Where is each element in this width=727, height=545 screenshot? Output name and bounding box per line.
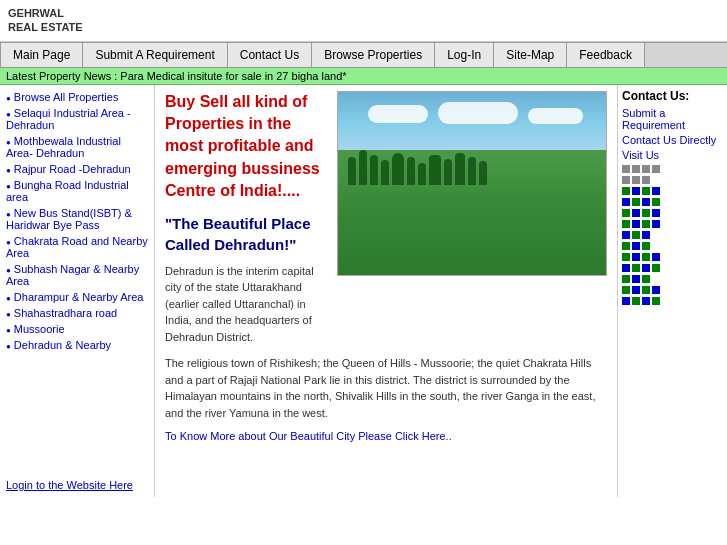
nav-browse-properties[interactable]: Browse Properties xyxy=(312,43,435,67)
pixel-decoration xyxy=(622,165,723,305)
sidebar-browse-all[interactable]: Browse All Properties xyxy=(0,89,154,105)
sidebar-selaqui[interactable]: Selaqui Industrial Area - Dehradun xyxy=(0,105,154,133)
sidebar-bungha[interactable]: Bungha Road Industrial area xyxy=(0,177,154,205)
sidebar-rajpur[interactable]: Rajpur Road -Dehradun xyxy=(0,161,154,177)
header: GEHRWAL REAL ESTATE xyxy=(0,0,727,42)
right-submit-req[interactable]: Submit a Requirement xyxy=(622,107,723,131)
sidebar-dehradun-nearby[interactable]: Dehradun & Nearby xyxy=(0,337,154,353)
hero-image xyxy=(337,91,607,276)
hero-subheading: "The Beautiful Place Called Dehradun!" xyxy=(165,213,327,255)
nav-main-page[interactable]: Main Page xyxy=(0,43,83,67)
right-contact-direct[interactable]: Contact Us Directly xyxy=(622,134,723,146)
left-sidebar: Browse All Properties Selaqui Industrial… xyxy=(0,85,155,497)
logo: GEHRWAL REAL ESTATE xyxy=(8,6,83,35)
sidebar-dharampur[interactable]: Dharampur & Nearby Area xyxy=(0,289,154,305)
ticker-text: Para Medical insitute for sale in 27 big… xyxy=(120,70,346,82)
hero-section: Buy Sell all kind of Properties in the m… xyxy=(165,91,607,345)
hero-description: Dehradun is the interim capital city of … xyxy=(165,263,327,346)
more-link[interactable]: To Know More about Our Beautiful City Pl… xyxy=(165,430,452,442)
nav-feedback[interactable]: Feedback xyxy=(567,43,645,67)
login-link[interactable]: Login to the Website Here xyxy=(0,473,154,493)
hero-text: Buy Sell all kind of Properties in the m… xyxy=(165,91,327,345)
nav-contact-us[interactable]: Contact Us xyxy=(228,43,312,67)
center-content: Buy Sell all kind of Properties in the m… xyxy=(155,85,617,497)
sidebar-bus-stand[interactable]: New Bus Stand(ISBT) & Haridwar Bye Pass xyxy=(0,205,154,233)
navbar: Main Page Submit A Requirement Contact U… xyxy=(0,42,727,68)
ticker-bar: Latest Property News : Para Medical insi… xyxy=(0,68,727,85)
sidebar-mothbewala[interactable]: Mothbewala Industrial Area- Dehradun xyxy=(0,133,154,161)
right-sidebar-title: Contact Us: xyxy=(622,89,723,103)
right-visit-us[interactable]: Visit Us xyxy=(622,149,723,161)
right-sidebar: Contact Us: Submit a Requirement Contact… xyxy=(617,85,727,497)
sidebar-shahastradhara[interactable]: Shahastradhara road xyxy=(0,305,154,321)
nav-submit-requirement[interactable]: Submit A Requirement xyxy=(83,43,227,67)
hero-heading: Buy Sell all kind of Properties in the m… xyxy=(165,91,327,203)
sidebar-subhash[interactable]: Subhash Nagar & Nearby Area xyxy=(0,261,154,289)
long-description: The religious town of Rishikesh; the Que… xyxy=(165,355,607,421)
sidebar-chakrata[interactable]: Chakrata Road and Nearby Area xyxy=(0,233,154,261)
main-layout: Browse All Properties Selaqui Industrial… xyxy=(0,85,727,497)
nav-site-map[interactable]: Site-Map xyxy=(494,43,567,67)
sidebar-mussoorie[interactable]: Mussoorie xyxy=(0,321,154,337)
ticker-label: Latest Property News : xyxy=(6,70,117,82)
nav-log-in[interactable]: Log-In xyxy=(435,43,494,67)
